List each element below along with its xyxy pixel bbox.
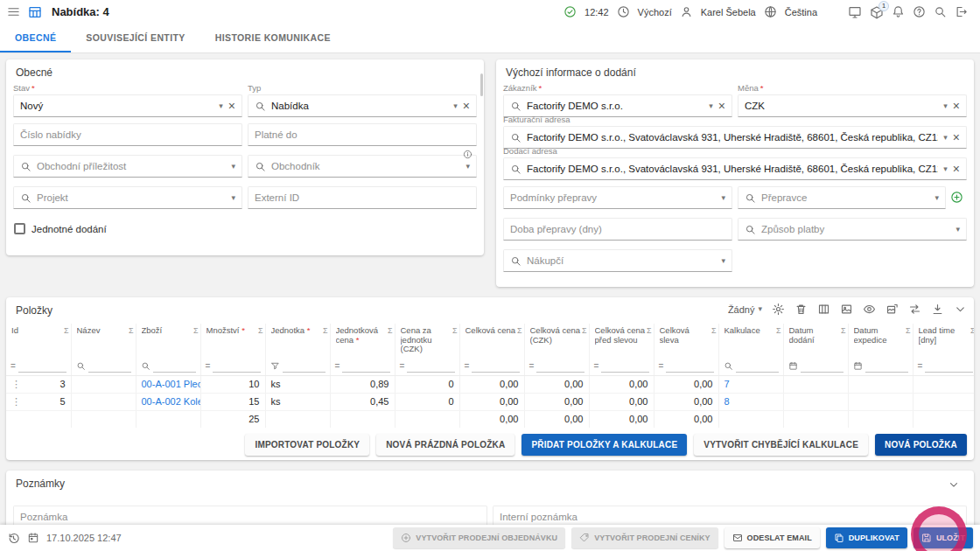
- sum-icon[interactable]: Σ: [711, 326, 717, 335]
- table-row[interactable]: ⋮5 00-A-002 Kolečko 15 ks 0,45 0 0,00 0,…: [6, 393, 974, 410]
- platne-do-input[interactable]: [248, 123, 477, 146]
- sum-icon[interactable]: Σ: [906, 326, 911, 335]
- create-sales-order-button[interactable]: VYTVOŘIT PRODEJNÍ OBJEDNÁVKU: [393, 527, 565, 548]
- sum-icon[interactable]: Σ: [776, 326, 781, 335]
- chevron-down-icon[interactable]: ▾: [231, 163, 235, 171]
- sum-icon[interactable]: Σ: [64, 326, 69, 335]
- jednotne-dodani-checkbox[interactable]: [14, 223, 25, 234]
- clear-icon[interactable]: ×: [953, 100, 960, 112]
- send-email-button[interactable]: ODESLAT EMAIL: [724, 527, 820, 548]
- add-items-and-calculations-button[interactable]: PŘIDAT POLOŽKY A KALKULACE: [522, 434, 687, 456]
- nakupci-field[interactable]: Nákupčí▾: [503, 249, 732, 272]
- filter-input-mnozstvi[interactable]: [213, 359, 260, 373]
- equals-filter-icon[interactable]: =: [594, 361, 599, 371]
- chevron-down-icon[interactable]: ▾: [219, 102, 223, 110]
- tab-souvisejici-entity[interactable]: SOUVISEJÍCÍ ENTITY: [71, 24, 200, 52]
- chevron-down-icon[interactable]: ▾: [466, 163, 470, 171]
- zpusob-platby-field[interactable]: Způsob platby▾: [738, 218, 967, 241]
- scrollbar-thumb[interactable]: [480, 73, 483, 96]
- mena-field[interactable]: Měna* CZK▾×: [738, 83, 967, 117]
- sum-icon[interactable]: Σ: [452, 326, 458, 335]
- sum-icon[interactable]: Σ: [970, 326, 974, 335]
- filter-input-pred-slevou[interactable]: [601, 359, 648, 373]
- chevron-down-icon[interactable]: ▾: [721, 257, 725, 265]
- collapse-icon[interactable]: [948, 478, 960, 491]
- sum-icon[interactable]: Σ: [193, 326, 199, 335]
- filter-input-nazev[interactable]: [88, 359, 131, 373]
- user-icon[interactable]: [680, 5, 693, 18]
- drag-handle-icon[interactable]: ⋮: [11, 379, 21, 390]
- filter-input-celkova-cena-czk[interactable]: [536, 359, 584, 373]
- sum-icon[interactable]: Σ: [258, 326, 263, 335]
- dodaci-adresa-field[interactable]: Dodací adresa Factorify DEMO s.r.o., Sva…: [503, 146, 967, 180]
- calendar-filter-icon[interactable]: [853, 361, 863, 371]
- jednotne-dodani-row[interactable]: Jednotné dodání: [14, 223, 107, 234]
- filter-input-id[interactable]: [18, 359, 66, 373]
- collapse-icon[interactable]: [954, 303, 967, 316]
- image-icon[interactable]: [840, 303, 853, 316]
- sum-icon[interactable]: Σ: [841, 326, 846, 335]
- info-icon[interactable]: [463, 150, 472, 159]
- logout-icon[interactable]: [955, 5, 968, 18]
- save-button[interactable]: ULOŽIT: [914, 527, 973, 548]
- display-icon[interactable]: [848, 5, 862, 19]
- duplicate-button[interactable]: DUPLIKOVAT: [826, 527, 907, 548]
- chevron-down-icon[interactable]: ▾: [943, 102, 948, 110]
- download-icon[interactable]: [931, 303, 944, 316]
- calendar-filter-icon[interactable]: [788, 361, 798, 371]
- create-missing-calculations-button[interactable]: VYTVOŘIT CHYBĚJÍCÍ KALKULACE: [694, 434, 868, 456]
- stav-field[interactable]: Stav* Nový▾×: [13, 83, 242, 117]
- gallery-icon[interactable]: [886, 303, 899, 316]
- equals-filter-icon[interactable]: =: [465, 361, 470, 371]
- equals-filter-icon[interactable]: =: [335, 361, 340, 371]
- zbozi-link[interactable]: 00-A-001 Plech: [142, 379, 201, 389]
- new-empty-item-button[interactable]: NOVÁ PRÁZDNÁ POLOŽKA: [376, 434, 514, 456]
- zbozi-link[interactable]: 00-A-002 Kolečko: [142, 396, 201, 407]
- sum-icon[interactable]: Σ: [323, 326, 328, 335]
- notifications-package[interactable]: 1: [870, 5, 884, 19]
- filter-input-sleva[interactable]: [666, 359, 713, 373]
- sum-icon[interactable]: Σ: [129, 326, 134, 335]
- clear-icon[interactable]: ×: [228, 100, 235, 112]
- help-icon[interactable]: [913, 5, 926, 18]
- history-icon[interactable]: [7, 532, 20, 545]
- clear-icon[interactable]: ×: [953, 163, 960, 175]
- new-item-button[interactable]: NOVÁ POLOŽKA: [875, 434, 967, 456]
- filter-input-jednotkova-cena[interactable]: [342, 359, 389, 373]
- externi-id-input[interactable]: [248, 186, 477, 209]
- table-row[interactable]: ⋮3 00-A-001 Plech 10 ks 0,89 0 0,00 0,00…: [6, 375, 974, 393]
- fakturacni-adresa-field[interactable]: Fakturační adresa Factorify DEMO s.r.o.,…: [503, 115, 967, 149]
- obchodni-prilezitost-field[interactable]: Obchodní příležitost▾: [13, 155, 242, 178]
- filter-input-lead-time[interactable]: [925, 359, 972, 373]
- user-name[interactable]: Karel Šebela: [701, 7, 756, 17]
- chevron-down-icon[interactable]: ▾: [956, 226, 960, 234]
- filter-input-datum-expedice[interactable]: [865, 359, 908, 373]
- import-items-button[interactable]: IMPORTOVAT POLOŽKY: [245, 434, 369, 456]
- projekt-field[interactable]: Projekt▾: [13, 186, 242, 209]
- chevron-down-icon[interactable]: ▾: [231, 194, 235, 202]
- kalkulace-link[interactable]: 7: [724, 379, 730, 389]
- tab-obecne[interactable]: OBECNÉ: [0, 24, 71, 52]
- filter-input-jednotka[interactable]: [283, 359, 326, 373]
- clear-icon[interactable]: ×: [463, 100, 470, 112]
- equals-filter-icon[interactable]: =: [918, 361, 923, 371]
- clock-icon[interactable]: [617, 5, 630, 18]
- chevron-down-icon[interactable]: ▾: [721, 194, 725, 202]
- filter-input-zbozi[interactable]: [153, 359, 196, 373]
- equals-filter-icon[interactable]: =: [659, 361, 664, 371]
- equals-filter-icon[interactable]: =: [529, 361, 535, 371]
- externi-id-field[interactable]: [248, 186, 477, 209]
- cislo-nabidky-input[interactable]: [13, 123, 242, 146]
- view-selector[interactable]: Výchozí: [638, 7, 672, 17]
- visibility-icon[interactable]: [863, 303, 876, 316]
- typ-field[interactable]: Typ Nabídka▾×: [248, 83, 477, 117]
- bell-icon[interactable]: [892, 5, 905, 18]
- equals-filter-icon[interactable]: =: [206, 361, 211, 371]
- search-icon[interactable]: [934, 5, 947, 18]
- settings-icon[interactable]: [772, 303, 785, 316]
- sum-icon[interactable]: Σ: [388, 326, 393, 335]
- create-price-lists-button[interactable]: VYTVOŘIT PRODEJNÍ CENÍKY: [571, 527, 718, 548]
- chevron-down-icon[interactable]: ▾: [453, 102, 458, 110]
- add-circle-icon[interactable]: [950, 191, 963, 204]
- filter-input-kalkulace[interactable]: [736, 359, 779, 373]
